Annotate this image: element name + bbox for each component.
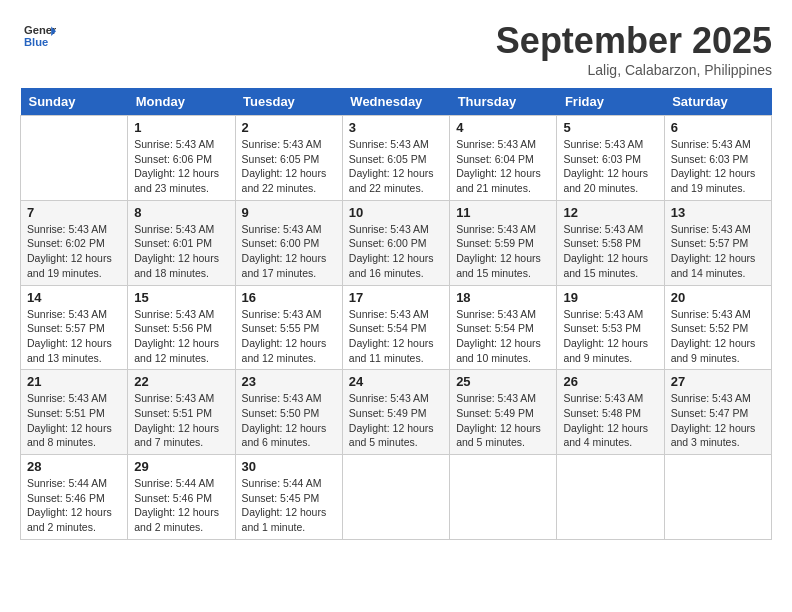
day-info: Sunrise: 5:43 AM Sunset: 5:51 PM Dayligh… (134, 391, 228, 450)
calendar-week-row: 1Sunrise: 5:43 AM Sunset: 6:06 PM Daylig… (21, 116, 772, 201)
day-number: 23 (242, 374, 336, 389)
day-info: Sunrise: 5:44 AM Sunset: 5:46 PM Dayligh… (134, 476, 228, 535)
day-of-week-header: Tuesday (235, 88, 342, 116)
day-info: Sunrise: 5:43 AM Sunset: 6:00 PM Dayligh… (349, 222, 443, 281)
day-number: 7 (27, 205, 121, 220)
title-block: September 2025 Lalig, Calabarzon, Philip… (496, 20, 772, 78)
day-number: 14 (27, 290, 121, 305)
day-info: Sunrise: 5:43 AM Sunset: 5:49 PM Dayligh… (349, 391, 443, 450)
calendar-cell (21, 116, 128, 201)
calendar-cell: 19Sunrise: 5:43 AM Sunset: 5:53 PM Dayli… (557, 285, 664, 370)
calendar-cell: 9Sunrise: 5:43 AM Sunset: 6:00 PM Daylig… (235, 200, 342, 285)
calendar-cell: 10Sunrise: 5:43 AM Sunset: 6:00 PM Dayli… (342, 200, 449, 285)
day-number: 20 (671, 290, 765, 305)
calendar-cell: 23Sunrise: 5:43 AM Sunset: 5:50 PM Dayli… (235, 370, 342, 455)
svg-text:Blue: Blue (24, 36, 48, 48)
day-info: Sunrise: 5:44 AM Sunset: 5:45 PM Dayligh… (242, 476, 336, 535)
calendar-cell: 20Sunrise: 5:43 AM Sunset: 5:52 PM Dayli… (664, 285, 771, 370)
calendar-cell: 4Sunrise: 5:43 AM Sunset: 6:04 PM Daylig… (450, 116, 557, 201)
day-number: 27 (671, 374, 765, 389)
day-info: Sunrise: 5:43 AM Sunset: 5:54 PM Dayligh… (349, 307, 443, 366)
calendar-cell: 3Sunrise: 5:43 AM Sunset: 6:05 PM Daylig… (342, 116, 449, 201)
day-info: Sunrise: 5:43 AM Sunset: 5:47 PM Dayligh… (671, 391, 765, 450)
day-info: Sunrise: 5:43 AM Sunset: 6:06 PM Dayligh… (134, 137, 228, 196)
day-info: Sunrise: 5:43 AM Sunset: 6:01 PM Dayligh… (134, 222, 228, 281)
day-number: 5 (563, 120, 657, 135)
calendar-cell: 18Sunrise: 5:43 AM Sunset: 5:54 PM Dayli… (450, 285, 557, 370)
day-number: 11 (456, 205, 550, 220)
calendar-cell: 7Sunrise: 5:43 AM Sunset: 6:02 PM Daylig… (21, 200, 128, 285)
day-info: Sunrise: 5:43 AM Sunset: 5:54 PM Dayligh… (456, 307, 550, 366)
location: Lalig, Calabarzon, Philippines (496, 62, 772, 78)
day-info: Sunrise: 5:43 AM Sunset: 6:03 PM Dayligh… (563, 137, 657, 196)
calendar-cell: 22Sunrise: 5:43 AM Sunset: 5:51 PM Dayli… (128, 370, 235, 455)
day-info: Sunrise: 5:44 AM Sunset: 5:46 PM Dayligh… (27, 476, 121, 535)
day-number: 29 (134, 459, 228, 474)
calendar-cell (557, 455, 664, 540)
calendar-cell: 12Sunrise: 5:43 AM Sunset: 5:58 PM Dayli… (557, 200, 664, 285)
calendar-week-row: 28Sunrise: 5:44 AM Sunset: 5:46 PM Dayli… (21, 455, 772, 540)
calendar-cell: 1Sunrise: 5:43 AM Sunset: 6:06 PM Daylig… (128, 116, 235, 201)
day-of-week-header: Saturday (664, 88, 771, 116)
day-info: Sunrise: 5:43 AM Sunset: 5:58 PM Dayligh… (563, 222, 657, 281)
day-info: Sunrise: 5:43 AM Sunset: 5:50 PM Dayligh… (242, 391, 336, 450)
day-number: 18 (456, 290, 550, 305)
day-number: 19 (563, 290, 657, 305)
day-info: Sunrise: 5:43 AM Sunset: 5:57 PM Dayligh… (27, 307, 121, 366)
calendar-week-row: 14Sunrise: 5:43 AM Sunset: 5:57 PM Dayli… (21, 285, 772, 370)
day-info: Sunrise: 5:43 AM Sunset: 5:57 PM Dayligh… (671, 222, 765, 281)
day-number: 9 (242, 205, 336, 220)
calendar-cell: 17Sunrise: 5:43 AM Sunset: 5:54 PM Dayli… (342, 285, 449, 370)
calendar-cell: 29Sunrise: 5:44 AM Sunset: 5:46 PM Dayli… (128, 455, 235, 540)
calendar-table: SundayMondayTuesdayWednesdayThursdayFrid… (20, 88, 772, 540)
day-of-week-header: Sunday (21, 88, 128, 116)
calendar-cell: 21Sunrise: 5:43 AM Sunset: 5:51 PM Dayli… (21, 370, 128, 455)
calendar-cell: 27Sunrise: 5:43 AM Sunset: 5:47 PM Dayli… (664, 370, 771, 455)
calendar-cell: 5Sunrise: 5:43 AM Sunset: 6:03 PM Daylig… (557, 116, 664, 201)
day-info: Sunrise: 5:43 AM Sunset: 5:55 PM Dayligh… (242, 307, 336, 366)
calendar-cell: 14Sunrise: 5:43 AM Sunset: 5:57 PM Dayli… (21, 285, 128, 370)
calendar-cell: 8Sunrise: 5:43 AM Sunset: 6:01 PM Daylig… (128, 200, 235, 285)
page-header: General Blue September 2025 Lalig, Calab… (20, 20, 772, 78)
day-number: 17 (349, 290, 443, 305)
day-info: Sunrise: 5:43 AM Sunset: 6:00 PM Dayligh… (242, 222, 336, 281)
calendar-header-row: SundayMondayTuesdayWednesdayThursdayFrid… (21, 88, 772, 116)
day-of-week-header: Wednesday (342, 88, 449, 116)
day-info: Sunrise: 5:43 AM Sunset: 6:05 PM Dayligh… (349, 137, 443, 196)
day-info: Sunrise: 5:43 AM Sunset: 5:59 PM Dayligh… (456, 222, 550, 281)
logo-icon: General Blue (24, 20, 56, 52)
month-title: September 2025 (496, 20, 772, 62)
day-info: Sunrise: 5:43 AM Sunset: 5:53 PM Dayligh… (563, 307, 657, 366)
day-number: 1 (134, 120, 228, 135)
day-info: Sunrise: 5:43 AM Sunset: 5:52 PM Dayligh… (671, 307, 765, 366)
day-number: 3 (349, 120, 443, 135)
logo: General Blue (20, 20, 56, 56)
calendar-cell: 16Sunrise: 5:43 AM Sunset: 5:55 PM Dayli… (235, 285, 342, 370)
day-number: 21 (27, 374, 121, 389)
day-number: 30 (242, 459, 336, 474)
day-info: Sunrise: 5:43 AM Sunset: 5:49 PM Dayligh… (456, 391, 550, 450)
day-number: 12 (563, 205, 657, 220)
day-number: 4 (456, 120, 550, 135)
calendar-cell (342, 455, 449, 540)
day-number: 16 (242, 290, 336, 305)
calendar-cell (450, 455, 557, 540)
day-number: 25 (456, 374, 550, 389)
calendar-cell: 15Sunrise: 5:43 AM Sunset: 5:56 PM Dayli… (128, 285, 235, 370)
day-of-week-header: Monday (128, 88, 235, 116)
calendar-cell: 28Sunrise: 5:44 AM Sunset: 5:46 PM Dayli… (21, 455, 128, 540)
calendar-cell (664, 455, 771, 540)
day-number: 13 (671, 205, 765, 220)
calendar-cell: 30Sunrise: 5:44 AM Sunset: 5:45 PM Dayli… (235, 455, 342, 540)
day-info: Sunrise: 5:43 AM Sunset: 5:48 PM Dayligh… (563, 391, 657, 450)
calendar-week-row: 21Sunrise: 5:43 AM Sunset: 5:51 PM Dayli… (21, 370, 772, 455)
calendar-cell: 2Sunrise: 5:43 AM Sunset: 6:05 PM Daylig… (235, 116, 342, 201)
day-info: Sunrise: 5:43 AM Sunset: 6:05 PM Dayligh… (242, 137, 336, 196)
day-of-week-header: Thursday (450, 88, 557, 116)
calendar-body: 1Sunrise: 5:43 AM Sunset: 6:06 PM Daylig… (21, 116, 772, 540)
calendar-cell: 24Sunrise: 5:43 AM Sunset: 5:49 PM Dayli… (342, 370, 449, 455)
calendar-cell: 26Sunrise: 5:43 AM Sunset: 5:48 PM Dayli… (557, 370, 664, 455)
day-number: 15 (134, 290, 228, 305)
day-number: 24 (349, 374, 443, 389)
day-info: Sunrise: 5:43 AM Sunset: 6:02 PM Dayligh… (27, 222, 121, 281)
